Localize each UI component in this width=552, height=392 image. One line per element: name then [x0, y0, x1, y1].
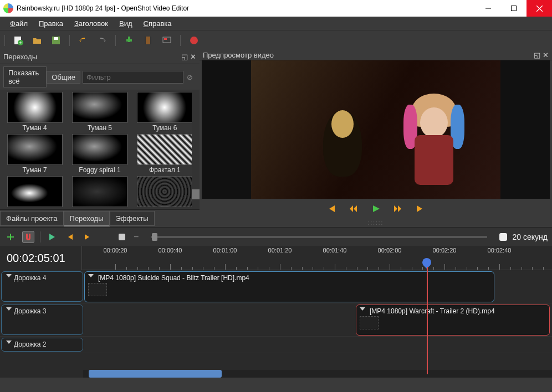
undo-icon[interactable] — [78, 35, 89, 46]
svg-rect-13 — [150, 37, 151, 44]
svg-point-16 — [190, 37, 198, 44]
next-marker-icon[interactable] — [81, 231, 94, 243]
menu-title[interactable]: Заголовок — [69, 18, 114, 29]
svg-rect-12 — [145, 37, 146, 44]
video-preview[interactable] — [202, 60, 550, 199]
record-icon[interactable] — [188, 35, 200, 46]
expand-icon[interactable] — [6, 274, 12, 277]
clip-thumbnail — [88, 283, 107, 296]
svg-rect-17 — [119, 234, 125, 240]
expand-icon[interactable] — [6, 341, 12, 344]
timeline-scrollbar[interactable] — [83, 370, 552, 378]
track-body[interactable]: [MP4 1080p] Warcraft - Trailer 2 (HD).mp… — [84, 303, 552, 336]
playback-controls — [200, 199, 552, 219]
time-ruler[interactable]: 00:00:2000:00:4000:01:0000:01:2000:01:40… — [82, 246, 552, 270]
filter-input[interactable] — [83, 71, 183, 84]
video-clip[interactable]: [MP4 1080p] Suicide Squad - Blitz Traile… — [84, 271, 494, 302]
jump-start-icon[interactable] — [326, 203, 337, 214]
svg-rect-1 — [512, 6, 517, 11]
save-project-icon[interactable] — [50, 35, 62, 46]
zoom-label: 20 секунд — [513, 233, 548, 241]
panel-close-icon[interactable]: ✕ — [543, 51, 549, 59]
open-project-icon[interactable] — [32, 35, 43, 46]
track-body[interactable] — [84, 337, 552, 353]
zoom-out-icon[interactable]: − — [134, 232, 139, 242]
window-title: Rainbowsky.ru [HD 1080p 24 fps] - OpenSh… — [17, 4, 476, 12]
menu-help[interactable]: Справка — [138, 18, 177, 29]
svg-text:+: + — [19, 40, 22, 45]
timeline: 00:02:05:01 00:00:2000:00:4000:01:0000:0… — [0, 246, 552, 378]
panel-close-icon[interactable]: ✕ — [190, 53, 196, 61]
panel-detach-icon[interactable]: ◱ — [534, 51, 540, 59]
main-toolbar: + — [0, 30, 552, 50]
center-playhead-icon[interactable] — [116, 231, 128, 243]
track-header-3[interactable]: Дорожка 3 — [1, 305, 83, 335]
close-button[interactable] — [527, 0, 552, 17]
preview-title: Предпросмотр видео — [203, 51, 274, 59]
playhead-line[interactable] — [427, 267, 428, 374]
redo-icon[interactable] — [96, 35, 108, 46]
maximize-button[interactable] — [501, 0, 527, 17]
tab-transitions[interactable]: Переходы — [64, 211, 110, 226]
transition-grid: Туман 4 Туман 5 Туман 6 Туман 7 Foggy sp… — [0, 90, 200, 209]
svg-rect-8 — [54, 37, 58, 40]
transition-item[interactable] — [134, 176, 196, 207]
timeline-toolbar: − 20 секунд — [0, 227, 552, 246]
zoom-indicator-icon — [499, 233, 507, 241]
jump-end-icon[interactable] — [415, 203, 426, 214]
screen-icon[interactable] — [161, 35, 172, 46]
new-project-icon[interactable]: + — [13, 35, 24, 46]
menu-view[interactable]: Вид — [114, 18, 138, 29]
add-track-icon[interactable] — [4, 231, 17, 243]
expand-icon[interactable] — [6, 307, 12, 311]
panel-detach-icon[interactable]: ◱ — [181, 53, 188, 61]
clear-filter-icon[interactable]: ⊘ — [183, 73, 196, 81]
transition-item[interactable]: Foggy spiral 1 — [68, 134, 131, 174]
track-header-2[interactable]: Дорожка 2 — [1, 338, 83, 352]
current-time: 00:02:05:01 — [0, 246, 82, 270]
transition-item[interactable] — [3, 176, 66, 207]
transition-item[interactable] — [68, 176, 131, 207]
transitions-title: Переходы — [3, 53, 37, 61]
transition-item[interactable]: Туман 4 — [3, 92, 66, 132]
minimize-button[interactable] — [476, 0, 501, 17]
grip-icon[interactable]: :::::: — [200, 219, 552, 227]
track-header-4[interactable]: Дорожка 4 — [1, 271, 83, 302]
marker-icon[interactable] — [46, 231, 58, 243]
preview-panel: Предпросмотр видео ◱ ✕ :::::: — [200, 50, 552, 227]
track-body[interactable]: [MP4 1080p] Suicide Squad - Blitz Traile… — [84, 270, 552, 303]
import-icon[interactable] — [124, 35, 135, 46]
transition-item[interactable]: Фрактал 1 — [134, 134, 196, 174]
menu-file[interactable]: Файл — [4, 18, 33, 29]
tab-effects[interactable]: Эффекты — [110, 211, 155, 226]
transition-item[interactable]: Туман 5 — [68, 92, 131, 132]
video-clip[interactable]: [MP4 1080p] Warcraft - Trailer 2 (HD).mp… — [356, 305, 550, 336]
film-icon[interactable] — [142, 35, 154, 46]
transition-item[interactable]: Туман 7 — [3, 134, 66, 174]
scrollbar[interactable] — [192, 90, 200, 209]
zoom-slider[interactable] — [151, 236, 487, 238]
tab-project-files[interactable]: Файлы проекта — [0, 211, 64, 226]
transition-item[interactable]: Туман 6 — [134, 92, 196, 132]
fast-forward-icon[interactable] — [392, 203, 403, 214]
show-all-tab[interactable]: Показать всё — [3, 66, 47, 87]
clip-thumbnail — [360, 316, 379, 329]
menu-edit[interactable]: Правка — [33, 18, 69, 29]
common-tab[interactable]: Общие — [47, 71, 80, 84]
svg-rect-15 — [164, 38, 167, 40]
play-icon[interactable] — [370, 203, 381, 214]
transitions-panel: Переходы ◱ ✕ Показать всё Общие ⊘ Туман … — [0, 50, 200, 227]
rewind-icon[interactable] — [348, 203, 359, 214]
prev-marker-icon[interactable] — [64, 231, 76, 243]
snap-icon[interactable] — [22, 231, 34, 243]
svg-rect-10 — [126, 39, 132, 42]
menubar: Файл Правка Заголовок Вид Справка — [0, 17, 552, 30]
app-icon — [3, 3, 13, 13]
titlebar: Rainbowsky.ru [HD 1080p 24 fps] - OpenSh… — [0, 0, 552, 17]
